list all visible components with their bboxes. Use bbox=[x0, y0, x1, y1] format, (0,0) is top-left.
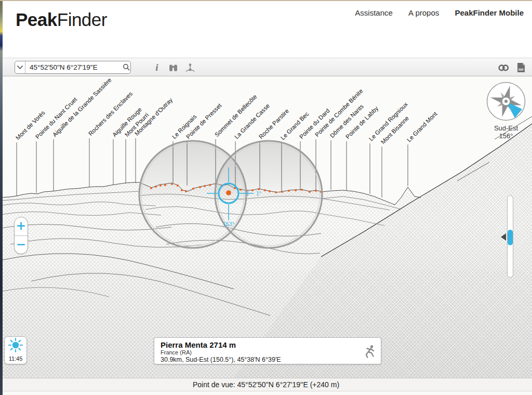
peak-marker[interactable] bbox=[258, 188, 260, 190]
peak-marker[interactable] bbox=[159, 185, 162, 187]
compass-widget[interactable]: Sud-Est 156° bbox=[484, 81, 528, 140]
panorama-sketch: Mont de VorèsPointe du Nant CruetAiguill… bbox=[0, 77, 532, 378]
desktop-edge-left bbox=[0, 0, 3, 395]
search-dropdown-button[interactable] bbox=[15, 61, 25, 73]
binoculars-icon bbox=[168, 63, 179, 72]
crosshair-bearing: 153° bbox=[223, 221, 235, 227]
peak-label[interactable]: Sommet de Bellecôte bbox=[214, 94, 258, 138]
peak-marker[interactable] bbox=[269, 190, 271, 192]
peak-info-region: France (RA) bbox=[161, 349, 360, 356]
peak-marker[interactable] bbox=[309, 191, 311, 193]
fly-to-peak-button[interactable] bbox=[363, 345, 377, 361]
export-pdf-button[interactable]: PDF bbox=[514, 60, 528, 75]
app-logo[interactable]: PeakFinder bbox=[16, 9, 107, 30]
peak-marker[interactable] bbox=[301, 189, 303, 191]
viewpoint-settings-button[interactable] bbox=[183, 60, 197, 75]
viewpoint-status-bar: Point de vue: 45°52'50''N 6°27'19''E (+2… bbox=[0, 378, 532, 391]
nav-peakfinder-mobile[interactable]: PeakFinder Mobile bbox=[455, 8, 524, 17]
logo-rest-part: Finder bbox=[57, 9, 107, 30]
peak-marker[interactable] bbox=[171, 183, 173, 185]
peak-marker[interactable] bbox=[281, 191, 283, 193]
header: PeakFinder Assistance A propos PeakFinde… bbox=[3, 1, 532, 58]
slider-arrow-icon bbox=[501, 233, 506, 241]
peak-marker[interactable] bbox=[150, 187, 152, 189]
runner-icon bbox=[363, 345, 377, 359]
nav-a-propos[interactable]: A propos bbox=[408, 8, 439, 17]
desktop-edge-top bbox=[0, 0, 532, 1]
crosshair-fov: 1° bbox=[256, 191, 261, 196]
nav-assistance[interactable]: Assistance bbox=[355, 8, 393, 17]
search-box bbox=[15, 61, 131, 74]
peak-marker[interactable] bbox=[192, 188, 194, 190]
peak-marker[interactable] bbox=[288, 190, 290, 192]
binoculars-button[interactable] bbox=[166, 60, 180, 75]
toolbar: i PDF bbox=[3, 58, 532, 76]
logo-bold-part: Peak bbox=[16, 9, 57, 30]
chain-link-icon bbox=[498, 63, 510, 72]
info-button[interactable]: i bbox=[150, 60, 164, 75]
sun-icon bbox=[7, 337, 24, 353]
compass-bearing-label: 156° bbox=[484, 132, 528, 140]
top-nav: Assistance A propos PeakFinder Mobile bbox=[341, 8, 524, 17]
peak-info-details: 30.9km, Sud-Est (150.5°), 45°38'N 6°39'E bbox=[161, 356, 360, 364]
peak-marker[interactable] bbox=[209, 184, 211, 186]
compass-rose-icon bbox=[486, 81, 526, 122]
peak-marker[interactable] bbox=[177, 185, 179, 187]
fov-slider-thumb[interactable] bbox=[508, 230, 513, 245]
peak-marker[interactable] bbox=[275, 191, 277, 193]
search-input[interactable] bbox=[25, 63, 123, 71]
page-bottom-strip bbox=[0, 391, 532, 395]
peak-marker[interactable] bbox=[155, 186, 157, 188]
compass-direction-label: Sud-Est bbox=[484, 124, 528, 132]
peakfinder-app: PeakFinder Assistance A propos PeakFinde… bbox=[0, 0, 532, 395]
peak-marker[interactable] bbox=[185, 190, 187, 192]
peak-marker[interactable] bbox=[164, 184, 166, 186]
peak-marker[interactable] bbox=[251, 189, 254, 191]
search-icon bbox=[123, 63, 130, 71]
peak-marker[interactable] bbox=[199, 186, 201, 188]
peak-marker[interactable] bbox=[240, 189, 242, 191]
peak-label[interactable]: Mont Bisanne bbox=[380, 115, 410, 145]
time-of-day-widget[interactable]: 11:45 bbox=[4, 336, 27, 364]
fov-slider-track[interactable] bbox=[507, 195, 513, 278]
peak-info-box: Pierra Menta 2714 m France (RA) 30.9km, … bbox=[154, 337, 381, 364]
zoom-in-button[interactable]: + bbox=[15, 217, 28, 235]
elevation-arrows-icon bbox=[185, 63, 195, 72]
zoom-out-button[interactable]: − bbox=[15, 236, 28, 254]
peak-label[interactable]: Aiguille de la Grande Sassière bbox=[51, 77, 113, 138]
peak-label[interactable]: Le Grand Mont bbox=[406, 110, 438, 143]
selected-peak-dot bbox=[226, 190, 231, 195]
peak-info-title: Pierra Menta 2714 m bbox=[161, 340, 360, 349]
peak-marker[interactable] bbox=[315, 190, 317, 192]
peak-marker[interactable] bbox=[181, 189, 183, 191]
info-icon: i bbox=[155, 62, 158, 73]
time-label: 11:45 bbox=[5, 356, 26, 362]
peak-marker[interactable] bbox=[264, 189, 266, 191]
zoom-control: + − bbox=[14, 217, 28, 254]
pdf-file-icon: PDF bbox=[516, 62, 526, 73]
search-submit-button[interactable] bbox=[123, 61, 130, 73]
viewpoint-coordinates: Point de vue: 45°52'50''N 6°27'19''E (+2… bbox=[193, 380, 339, 389]
svg-text:PDF: PDF bbox=[518, 68, 524, 71]
share-link-button[interactable] bbox=[496, 60, 511, 75]
peak-marker[interactable] bbox=[204, 185, 206, 187]
peak-label[interactable]: Montagne d'Outray bbox=[134, 97, 174, 137]
panorama-viewport[interactable]: Mont de VorèsPointe du Nant CruetAiguill… bbox=[0, 77, 532, 378]
peak-marker[interactable] bbox=[295, 189, 297, 191]
chevron-down-icon bbox=[17, 65, 23, 70]
